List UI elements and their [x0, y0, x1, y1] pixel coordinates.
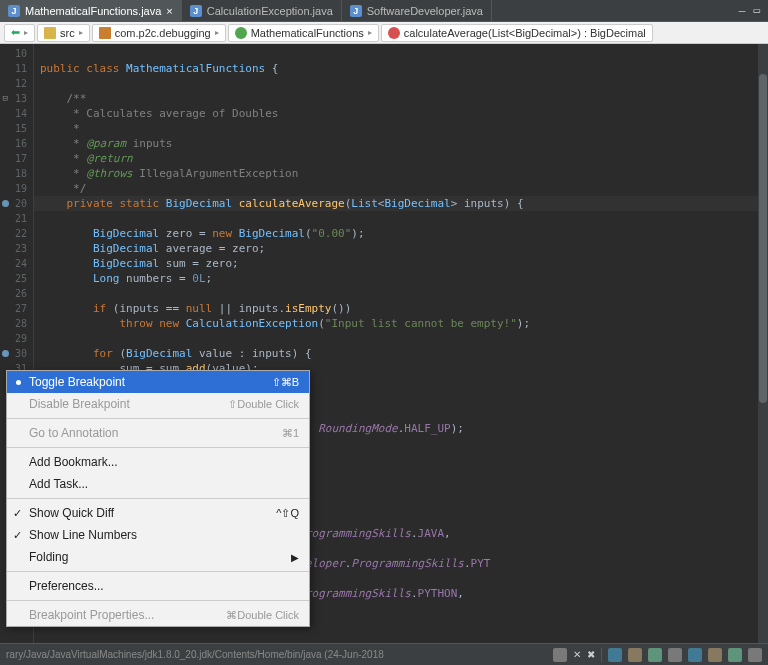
gutter-line[interactable]: 22: [0, 226, 27, 241]
gutter-context-menu: Toggle Breakpoint⇧⌘BDisable Breakpoint⇧D…: [6, 370, 310, 627]
gutter-line[interactable]: 20⊟: [0, 196, 27, 211]
gutter-line[interactable]: 27: [0, 301, 27, 316]
gutter-line[interactable]: 11: [0, 61, 27, 76]
gutter-line[interactable]: 29: [0, 331, 27, 346]
gutter-line[interactable]: 21: [0, 211, 27, 226]
menu-item-preferences[interactable]: Preferences...: [7, 575, 309, 597]
fold-toggle-icon[interactable]: ⊟: [0, 199, 8, 208]
gutter-line[interactable]: 13⊟: [0, 91, 27, 106]
gutter-line[interactable]: 12: [0, 76, 27, 91]
menu-item-label: Add Task...: [29, 477, 88, 491]
code-line[interactable]: private static BigDecimal calculateAvera…: [34, 196, 768, 211]
gutter-line[interactable]: 24: [0, 256, 27, 271]
code-line[interactable]: BigDecimal sum = zero;: [40, 256, 768, 271]
java-file-icon: J: [190, 5, 202, 17]
folder-icon: [44, 27, 56, 39]
breadcrumb-class[interactable]: MathematicalFunctions ▸: [228, 24, 379, 42]
tab-label: MathematicalFunctions.java: [25, 5, 161, 17]
code-line[interactable]: if (inputs == null || inputs.isEmpty()): [40, 301, 768, 316]
code-line[interactable]: * @throws IllegalArgumentException: [40, 166, 768, 181]
menu-separator: [7, 418, 309, 419]
menu-item-folding[interactable]: Folding▶: [7, 546, 309, 568]
status-tool-icon[interactable]: [728, 648, 742, 662]
gutter-line[interactable]: 14: [0, 106, 27, 121]
menu-item-label: Add Bookmark...: [29, 455, 118, 469]
tab-bar: J MathematicalFunctions.java × J Calcula…: [0, 0, 768, 22]
code-line[interactable]: [40, 331, 768, 346]
menu-item-go-to-annotation: Go to Annotation⌘1: [7, 422, 309, 444]
menu-item-show-quick-diff[interactable]: ✓Show Quick Diff^⇧Q: [7, 502, 309, 524]
menu-shortcut: ⇧Double Click: [228, 398, 299, 411]
code-line[interactable]: * @param inputs: [40, 136, 768, 151]
status-tool-icon[interactable]: [688, 648, 702, 662]
code-line[interactable]: [40, 46, 768, 61]
gutter-line[interactable]: 10: [0, 46, 27, 61]
breadcrumb-nav-back[interactable]: ⬅ ▸: [4, 24, 35, 42]
code-line[interactable]: [40, 211, 768, 226]
menu-item-label: Show Line Numbers: [29, 528, 137, 542]
status-remove-icon[interactable]: [553, 648, 567, 662]
gutter-line[interactable]: 16: [0, 136, 27, 151]
status-tool-icon[interactable]: [708, 648, 722, 662]
breakpoint-marker-icon[interactable]: [2, 350, 9, 357]
breadcrumb-label: com.p2c.debugging: [115, 27, 211, 39]
status-tool-icon[interactable]: [748, 648, 762, 662]
code-line[interactable]: BigDecimal average = zero;: [40, 241, 768, 256]
vertical-scrollbar[interactable]: [758, 44, 768, 643]
class-icon: [235, 27, 247, 39]
java-file-icon: J: [8, 5, 20, 17]
code-line[interactable]: [40, 286, 768, 301]
menu-item-show-line-numbers[interactable]: ✓Show Line Numbers: [7, 524, 309, 546]
tab-mathfunctions[interactable]: J MathematicalFunctions.java ×: [0, 0, 182, 22]
gutter-line[interactable]: 19: [0, 181, 27, 196]
status-tool-icon[interactable]: [648, 648, 662, 662]
gutter-line[interactable]: 17: [0, 151, 27, 166]
code-line[interactable]: */: [40, 181, 768, 196]
status-close-icon[interactable]: ✕: [573, 649, 581, 660]
scrollbar-thumb[interactable]: [759, 74, 767, 403]
gutter-line[interactable]: 30: [0, 346, 27, 361]
breadcrumb-label: calculateAverage(List<BigDecimal>) : Big…: [404, 27, 646, 39]
gutter-line[interactable]: 28: [0, 316, 27, 331]
close-icon[interactable]: ×: [166, 5, 172, 17]
menu-item-disable-breakpoint: Disable Breakpoint⇧Double Click: [7, 393, 309, 415]
code-line[interactable]: /**: [40, 91, 768, 106]
tab-label: CalculationException.java: [207, 5, 333, 17]
menu-item-label: Toggle Breakpoint: [29, 375, 125, 389]
menu-item-label: Folding: [29, 550, 68, 564]
fold-toggle-icon[interactable]: ⊟: [0, 94, 8, 103]
breadcrumb-package[interactable]: com.p2c.debugging ▸: [92, 24, 226, 42]
code-line[interactable]: public class MathematicalFunctions {: [40, 61, 768, 76]
menu-item-toggle-breakpoint[interactable]: Toggle Breakpoint⇧⌘B: [7, 371, 309, 393]
gutter-line[interactable]: 23: [0, 241, 27, 256]
code-line[interactable]: BigDecimal zero = new BigDecimal("0.00")…: [40, 226, 768, 241]
menu-item-label: Disable Breakpoint: [29, 397, 130, 411]
code-line[interactable]: for (BigDecimal value : inputs) {: [40, 346, 768, 361]
code-line[interactable]: Long numbers = 0L;: [40, 271, 768, 286]
tab-softwaredev[interactable]: J SoftwareDeveloper.java: [342, 0, 492, 22]
breadcrumb-method[interactable]: calculateAverage(List<BigDecimal>) : Big…: [381, 24, 653, 42]
code-line[interactable]: [40, 76, 768, 91]
menu-item-add-bookmark[interactable]: Add Bookmark...: [7, 451, 309, 473]
status-tool-icon[interactable]: [608, 648, 622, 662]
code-line[interactable]: *: [40, 121, 768, 136]
breadcrumb-src[interactable]: src ▸: [37, 24, 90, 42]
gutter-line[interactable]: 15: [0, 121, 27, 136]
menu-item-add-task[interactable]: Add Task...: [7, 473, 309, 495]
code-line[interactable]: * Calculates average of Doubles: [40, 106, 768, 121]
menu-item-label: Go to Annotation: [29, 426, 118, 440]
status-tool-icon[interactable]: [668, 648, 682, 662]
gutter-line[interactable]: 26: [0, 286, 27, 301]
menu-item-label: Preferences...: [29, 579, 104, 593]
code-line[interactable]: * @return: [40, 151, 768, 166]
tab-calcexception[interactable]: J CalculationException.java: [182, 0, 342, 22]
maximize-icon[interactable]: ▭: [753, 4, 760, 17]
code-line[interactable]: throw new CalculationException("Input li…: [40, 316, 768, 331]
breadcrumb-label: src: [60, 27, 75, 39]
gutter-line[interactable]: 18: [0, 166, 27, 181]
status-clear-icon[interactable]: ✖: [587, 649, 595, 660]
status-tool-icon[interactable]: [628, 648, 642, 662]
menu-item-label: Breakpoint Properties...: [29, 608, 154, 622]
minimize-icon[interactable]: —: [739, 4, 746, 17]
gutter-line[interactable]: 25: [0, 271, 27, 286]
